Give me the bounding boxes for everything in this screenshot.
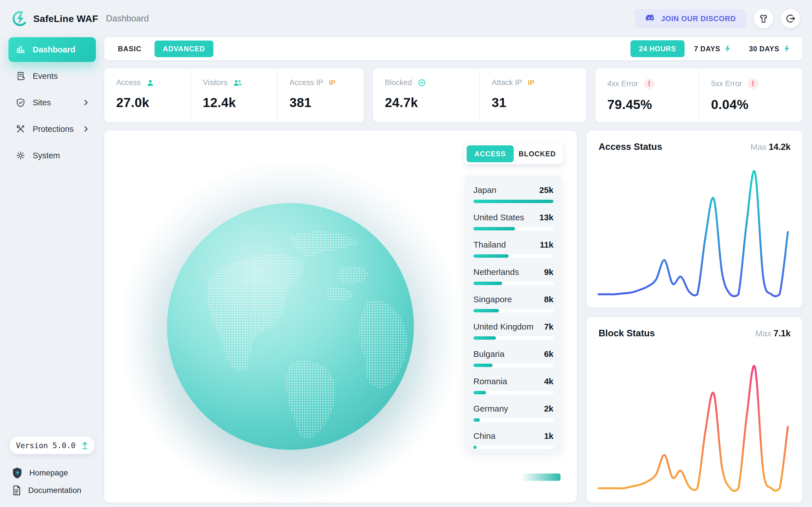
tab-basic[interactable]: BASIC bbox=[116, 41, 143, 57]
country-row-bulgaria: Bulgaria6k bbox=[473, 342, 553, 370]
sidebar-item-sites[interactable]: Sites bbox=[8, 90, 96, 115]
stat-5xx-error: 5xx Error ! 0.04% bbox=[699, 68, 802, 122]
range-24-hours[interactable]: 24 HOURS bbox=[630, 40, 684, 57]
country-row-thailand: Thailand11k bbox=[473, 233, 553, 261]
country-ranking-panel: Japan25k United States13k Thailand11k Ne… bbox=[465, 175, 562, 452]
ip-badge-icon: IP bbox=[329, 79, 336, 87]
stat-value: 24.7k bbox=[385, 95, 467, 110]
stat-value: 31 bbox=[492, 95, 574, 110]
homepage-link[interactable]: Homepage bbox=[8, 464, 96, 482]
access-status-card: Access Status Max14.2k bbox=[587, 131, 802, 307]
stat-visitors: Visitors 12.4k bbox=[190, 68, 277, 122]
stats-row: Access 27.0k Visitors 12.4k bbox=[104, 68, 802, 122]
country-bar-fill bbox=[473, 227, 515, 230]
sidebar-item-events[interactable]: Events bbox=[8, 64, 96, 89]
country-bar-track bbox=[473, 200, 553, 203]
sidebar-item-label: System bbox=[33, 151, 60, 160]
map-intensity-legend bbox=[521, 473, 560, 481]
theme-tshirt-button[interactable] bbox=[754, 9, 773, 28]
upgrade-icon bbox=[81, 441, 89, 450]
access-status-chart bbox=[597, 167, 792, 299]
stat-value: 79.45% bbox=[607, 97, 687, 112]
country-bar-track bbox=[473, 391, 553, 394]
stat-value: 0.04% bbox=[711, 97, 791, 112]
alert-icon: ! bbox=[644, 78, 655, 89]
user-icon bbox=[146, 79, 154, 87]
error-stats-card: 4xx Error ! 79.45% 5xx Error ! 0.04% bbox=[596, 68, 802, 122]
country-row-netherlands: Netherlands9k bbox=[473, 261, 553, 288]
blocked-icon bbox=[417, 78, 426, 87]
country-bar-track bbox=[473, 363, 553, 367]
documentation-label: Documentation bbox=[28, 486, 81, 495]
range-30-days[interactable]: 30 DAYS bbox=[741, 40, 799, 57]
stat-label: Access IP bbox=[290, 78, 323, 87]
chart-title: Access Status bbox=[599, 142, 662, 152]
country-bar-fill bbox=[473, 200, 553, 203]
country-row-romania: Romania4k bbox=[473, 370, 553, 397]
sidebar-item-dashboard[interactable]: Dashboard bbox=[8, 37, 96, 62]
status-charts-column: Access Status Max14.2k Block Status M bbox=[587, 131, 802, 503]
gear-icon bbox=[16, 151, 26, 160]
sidebar-item-system[interactable]: System bbox=[8, 143, 96, 168]
bar-chart-icon bbox=[16, 45, 26, 54]
homepage-label: Homepage bbox=[29, 468, 68, 477]
alert-icon: ! bbox=[748, 78, 758, 89]
stat-access: Access 27.0k bbox=[104, 68, 190, 122]
bolt-icon bbox=[783, 45, 790, 53]
country-bar-track bbox=[473, 227, 553, 230]
version-pill[interactable]: Version 5.0.0 bbox=[10, 437, 95, 454]
tshirt-icon bbox=[758, 13, 769, 24]
country-row-china: China1k bbox=[473, 425, 553, 452]
map-mode-toggle: ACCESS BLOCKED bbox=[465, 144, 563, 164]
country-bar-fill bbox=[473, 282, 502, 285]
stat-value: 381 bbox=[290, 95, 352, 110]
document-icon bbox=[12, 485, 21, 496]
country-row-singapore: Singapore8k bbox=[473, 288, 553, 315]
tab-advanced[interactable]: ADVANCED bbox=[154, 41, 213, 57]
stat-label: Blocked bbox=[385, 78, 412, 87]
range-7-days[interactable]: 7 DAYS bbox=[686, 40, 740, 57]
event-log-icon bbox=[16, 71, 26, 81]
country-row-japan: Japan25k bbox=[473, 179, 553, 206]
stat-label: Attack IP bbox=[492, 78, 522, 87]
dotted-globe-icon bbox=[166, 203, 414, 450]
ip-badge-icon: IP bbox=[528, 79, 535, 87]
bolt-icon bbox=[724, 45, 731, 53]
stat-4xx-error: 4xx Error ! 79.45% bbox=[596, 68, 699, 122]
dashboard-toolbar: BASIC ADVANCED 24 HOURS 7 DAYS 30 DAYS bbox=[104, 37, 802, 60]
sidebar-item-label: Protections bbox=[33, 124, 73, 134]
stat-access-ip: Access IP IP 381 bbox=[277, 68, 364, 122]
country-row-united-kingdom: United Kingdom7k bbox=[473, 315, 553, 342]
stat-blocked: Blocked 24.7k bbox=[373, 68, 479, 122]
sidebar-item-label: Sites bbox=[33, 98, 51, 107]
time-range-selector: 24 HOURS 7 DAYS 30 DAYS bbox=[630, 40, 799, 57]
join-discord-button[interactable]: JOIN OUR DISCORD bbox=[635, 9, 746, 28]
logout-icon bbox=[785, 13, 796, 24]
version-label: Version 5.0.0 bbox=[16, 441, 75, 450]
toggle-blocked[interactable]: BLOCKED bbox=[514, 145, 561, 162]
stat-value: 27.0k bbox=[116, 95, 179, 110]
top-header: SafeLine WAF Dashboard JOIN OUR DISCORD bbox=[0, 0, 812, 37]
sidebar-item-protections[interactable]: Protections bbox=[8, 117, 96, 142]
documentation-link[interactable]: Documentation bbox=[8, 482, 96, 499]
stat-label: Visitors bbox=[203, 78, 227, 87]
world-map-card: ACCESS BLOCKED Japan25k United States13k… bbox=[104, 131, 577, 503]
traffic-stats-card: Access 27.0k Visitors 12.4k bbox=[104, 68, 364, 122]
toggle-access[interactable]: ACCESS bbox=[467, 145, 514, 162]
country-bar-track bbox=[473, 418, 553, 421]
country-bar-fill bbox=[473, 363, 493, 367]
chevron-right-icon bbox=[84, 99, 89, 106]
safeline-logo-icon bbox=[12, 10, 28, 27]
header-actions: JOIN OUR DISCORD bbox=[635, 9, 812, 28]
users-icon bbox=[233, 79, 242, 87]
country-bar-track bbox=[473, 446, 553, 449]
stat-label: Access bbox=[116, 78, 141, 87]
globe bbox=[166, 203, 414, 450]
chart-title: Block Status bbox=[599, 328, 655, 339]
main-content: BASIC ADVANCED 24 HOURS 7 DAYS 30 DAYS bbox=[104, 37, 802, 501]
stat-label: 5xx Error bbox=[711, 79, 742, 88]
block-status-card: Block Status Max7.1k bbox=[587, 317, 802, 503]
logout-button[interactable] bbox=[781, 9, 800, 28]
sidebar-item-label: Dashboard bbox=[33, 45, 75, 54]
country-bar-track bbox=[473, 255, 553, 258]
